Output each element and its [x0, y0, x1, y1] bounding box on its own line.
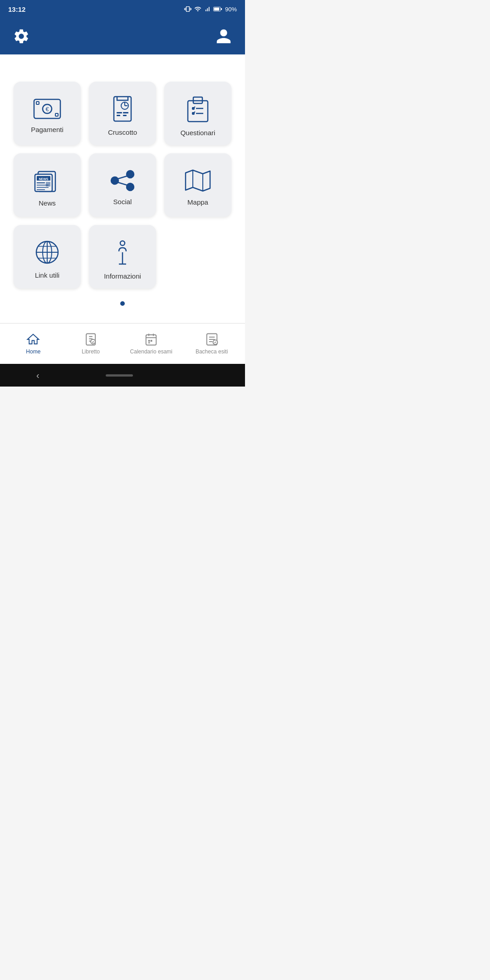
- pagamenti-icon: €: [33, 98, 61, 119]
- news-label: News: [39, 199, 56, 207]
- android-home-pill[interactable]: [106, 374, 133, 377]
- cruscotto-label: Cruscotto: [108, 128, 137, 136]
- battery-icon: [213, 6, 222, 12]
- svg-point-31: [127, 183, 134, 191]
- svg-text:€: €: [45, 106, 49, 113]
- svg-rect-1: [214, 8, 220, 11]
- questionari-label: Questionari: [181, 129, 216, 137]
- header: [0, 18, 245, 54]
- informazioni-button[interactable]: Informazioni: [89, 225, 156, 289]
- pagamenti-label: Pagamenti: [31, 126, 64, 133]
- page-dot-active: [120, 301, 125, 306]
- nav-libretto[interactable]: Libretto: [73, 333, 109, 355]
- svg-rect-12: [123, 112, 128, 113]
- bacheca-nav-icon: [205, 333, 219, 346]
- mappa-button[interactable]: Mappa: [164, 153, 231, 217]
- svg-rect-11: [117, 115, 120, 116]
- bottom-nav: Home Libretto Calendario esami: [0, 323, 245, 364]
- battery-percent: 90%: [225, 6, 237, 13]
- informazioni-icon: [113, 239, 132, 266]
- nav-home-label: Home: [26, 348, 40, 355]
- svg-point-46: [91, 339, 95, 344]
- status-icons: 90%: [184, 5, 237, 13]
- wifi-icon: [194, 5, 201, 13]
- vibrate-icon: [184, 5, 191, 13]
- nav-home[interactable]: Home: [15, 333, 51, 355]
- android-back-button[interactable]: ‹: [36, 370, 39, 381]
- svg-point-42: [120, 241, 125, 245]
- page-indicator: [120, 289, 125, 314]
- questionari-button[interactable]: Questionari: [164, 82, 231, 145]
- social-button[interactable]: Social: [89, 153, 156, 217]
- cruscotto-button[interactable]: Cruscotto: [89, 82, 156, 145]
- status-time: 13:12: [8, 5, 25, 13]
- nav-libretto-label: Libretto: [82, 348, 100, 355]
- libretto-nav-icon: [84, 333, 98, 346]
- svg-rect-10: [117, 112, 122, 113]
- app-grid: € Pagamenti Cruscotto: [14, 82, 231, 289]
- home-nav-icon: [26, 333, 40, 346]
- settings-icon: [13, 28, 30, 45]
- svg-rect-13: [123, 115, 127, 116]
- informazioni-label: Informazioni: [104, 272, 141, 280]
- svg-point-29: [127, 171, 134, 178]
- news-button[interactable]: NEWS News: [14, 153, 81, 217]
- mappa-icon: [184, 169, 212, 192]
- questionari-icon: [186, 95, 210, 122]
- svg-rect-53: [148, 342, 150, 343]
- calendario-nav-icon: [144, 333, 158, 346]
- pagamenti-button[interactable]: € Pagamenti: [14, 82, 81, 145]
- nav-bacheca-esiti[interactable]: Bacheca esiti: [194, 333, 230, 355]
- svg-point-30: [111, 177, 118, 184]
- svg-rect-28: [46, 182, 50, 186]
- cruscotto-icon: [110, 96, 135, 122]
- android-nav-bar: ‹: [0, 364, 245, 387]
- social-icon: [109, 170, 136, 191]
- status-bar: 13:12 90%: [0, 0, 245, 18]
- profile-button[interactable]: [215, 28, 232, 45]
- nav-calendario-label: Calendario esami: [130, 348, 172, 355]
- link-utili-icon: [34, 240, 60, 265]
- news-icon: NEWS: [34, 168, 61, 193]
- settings-button[interactable]: [13, 28, 30, 45]
- svg-rect-51: [148, 340, 150, 342]
- nav-bacheca-label: Bacheca esiti: [196, 348, 228, 355]
- svg-line-32: [118, 176, 127, 179]
- social-label: Social: [113, 198, 132, 206]
- link-utili-button[interactable]: Link utili: [14, 225, 81, 289]
- mappa-label: Mappa: [187, 198, 208, 206]
- nav-calendario-esami[interactable]: Calendario esami: [130, 333, 172, 355]
- svg-rect-2: [221, 8, 222, 10]
- svg-text:NEWS: NEWS: [39, 177, 49, 181]
- main-content: € Pagamenti Cruscotto: [0, 54, 245, 323]
- signal-icon: [204, 5, 211, 13]
- link-utili-label: Link utili: [35, 271, 59, 279]
- profile-icon: [215, 28, 232, 45]
- svg-rect-5: [55, 113, 58, 116]
- svg-rect-52: [151, 340, 152, 342]
- svg-line-33: [118, 182, 127, 185]
- svg-rect-4: [36, 102, 39, 104]
